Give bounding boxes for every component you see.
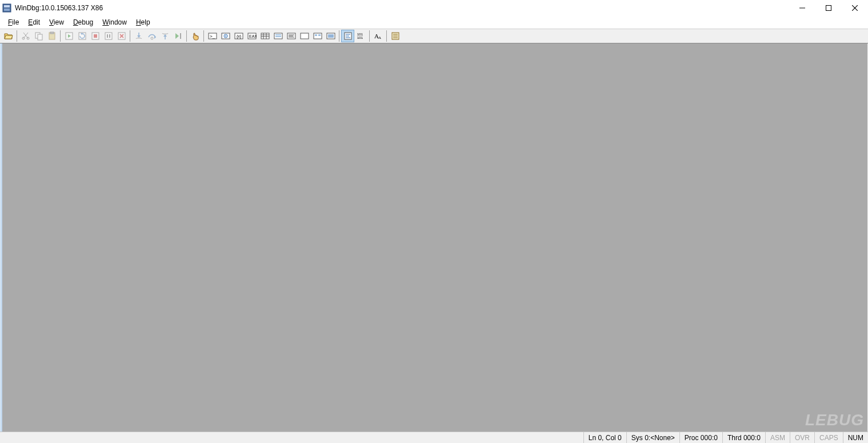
font-icon: AA (374, 31, 383, 41)
menu-window[interactable]: Window (98, 17, 131, 27)
callstack-window-button[interactable] (271, 30, 285, 42)
svg-rect-42 (261, 33, 269, 39)
svg-rect-49 (275, 36, 281, 37)
svg-rect-20 (94, 34, 97, 38)
svg-text:>_: >_ (210, 34, 215, 39)
step-out-icon (161, 31, 170, 41)
svg-rect-54 (301, 33, 309, 39)
disassembly-window-icon (287, 31, 296, 41)
locals-window-icon: {x} (234, 31, 243, 41)
status-ovr: OVR (790, 432, 814, 443)
breakpoint-hand-button[interactable] (189, 30, 202, 42)
options-button[interactable] (389, 30, 402, 42)
break-button (102, 30, 115, 42)
stop-icon (117, 31, 126, 41)
svg-rect-48 (275, 34, 281, 35)
step-out-button (158, 30, 171, 42)
svg-rect-1 (4, 5, 10, 7)
disassembly-window-button[interactable] (285, 30, 298, 42)
svg-rect-2 (4, 9, 10, 11)
options-icon (391, 31, 400, 41)
svg-rect-21 (105, 33, 112, 39)
run-to-cursor-button (171, 30, 185, 42)
status-asm: ASM (765, 432, 790, 443)
svg-rect-22 (107, 34, 108, 38)
threads-window-button[interactable] (324, 30, 337, 42)
client-area: LEBUG (0, 43, 868, 432)
breakpoint-hand-icon (191, 31, 200, 41)
svg-text:{x}: {x} (237, 34, 242, 39)
step-over-icon (147, 31, 157, 41)
command-window-icon: >_ (208, 31, 217, 41)
processes-window-button[interactable] (311, 30, 324, 42)
paste-icon (47, 31, 57, 41)
svg-point-29 (151, 37, 153, 39)
svg-point-37 (225, 35, 226, 37)
stop-debug-icon (91, 31, 100, 41)
source-mode-button[interactable] (341, 30, 354, 42)
cut-icon (21, 31, 30, 41)
svg-rect-57 (318, 34, 321, 36)
status-caps: CAPS (814, 432, 843, 443)
scratchpad-window-button[interactable] (298, 30, 311, 42)
memory-window-button[interactable] (258, 30, 271, 42)
source-mode-icon (343, 31, 353, 41)
locals-window-button[interactable]: {x} (232, 30, 245, 42)
window-controls (789, 0, 868, 16)
go-button (62, 30, 75, 42)
toolbar-separator (203, 30, 204, 42)
go-icon (65, 31, 74, 41)
toolbar-separator (130, 30, 130, 42)
svg-rect-4 (826, 6, 831, 11)
binary-mode-button[interactable]: 101101 (354, 30, 367, 42)
registers-window-button[interactable]: EAX (245, 30, 258, 42)
svg-marker-27 (137, 35, 141, 38)
step-over-button (145, 30, 158, 42)
toolbar-separator (186, 30, 187, 42)
svg-marker-31 (175, 33, 179, 39)
menu-view[interactable]: View (45, 17, 69, 27)
command-window-button[interactable]: >_ (206, 30, 219, 42)
watch-window-button[interactable] (219, 30, 232, 42)
title-bar: WinDbg:10.0.15063.137 X86 (0, 0, 868, 16)
close-button[interactable] (842, 0, 868, 16)
svg-rect-56 (315, 34, 317, 36)
menu-debug[interactable]: Debug (69, 17, 98, 27)
menu-help[interactable]: Help (131, 17, 155, 27)
toolbar-separator (17, 30, 17, 42)
window-title: WinDbg:10.0.15063.137 X86 (15, 4, 103, 12)
restart-icon (78, 31, 87, 41)
toolbar-separator (386, 30, 387, 42)
status-bar: Ln 0, Col 0 Sys 0:<None> Proc 000:0 Thrd… (0, 432, 868, 443)
step-into-icon (134, 31, 143, 41)
dock-handle-left[interactable] (0, 43, 2, 432)
stop-debug-button (89, 30, 102, 42)
processes-window-icon (313, 31, 322, 41)
threads-window-icon (326, 31, 335, 41)
toolbar: >_{x}EAX101101AA (0, 29, 868, 43)
minimize-button[interactable] (789, 0, 815, 16)
step-into-button (132, 30, 145, 42)
open-button[interactable] (2, 30, 15, 42)
toolbar-separator (339, 30, 339, 42)
memory-window-icon (261, 31, 270, 41)
status-ln-col: Ln 0, Col 0 (583, 432, 626, 443)
scratchpad-window-icon (300, 31, 309, 41)
status-num: NUM (843, 432, 868, 443)
svg-text:A: A (378, 35, 381, 40)
restart-button (75, 30, 89, 42)
status-thrd[interactable]: Thrd 000:0 (722, 432, 765, 443)
registers-window-icon: EAX (247, 31, 257, 41)
maximize-button[interactable] (815, 0, 842, 16)
svg-rect-12 (38, 34, 42, 40)
status-sys[interactable]: Sys 0:<None> (626, 432, 679, 443)
toolbar-separator (60, 30, 61, 42)
copy-icon (34, 31, 43, 41)
menu-edit[interactable]: Edit (23, 17, 45, 27)
menu-bar: FileEditViewDebugWindowHelp (0, 16, 868, 29)
status-proc[interactable]: Proc 000:0 (679, 432, 722, 443)
font-button[interactable]: AA (371, 30, 385, 42)
binary-mode-icon: 101101 (357, 31, 366, 41)
paste-button (45, 30, 58, 42)
menu-file[interactable]: File (3, 17, 23, 27)
